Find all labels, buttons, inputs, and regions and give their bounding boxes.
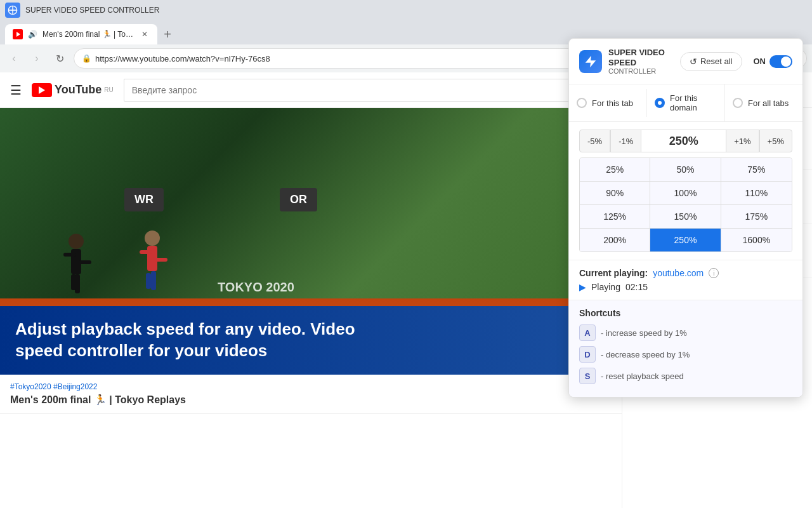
svg-point-9 — [145, 231, 160, 246]
svg-rect-13 — [140, 250, 152, 254]
browser-logo-icon — [5, 3, 20, 18]
svg-rect-6 — [71, 274, 76, 290]
tab-favicon-icon — [13, 29, 23, 39]
scope-radio-this-tab — [577, 98, 587, 108]
svg-rect-8 — [79, 260, 91, 264]
reset-label: Reset all — [700, 57, 733, 66]
speed-preset-1600[interactable]: 1600% — [721, 229, 792, 251]
extension-header: SUPER VIDEO SPEED CONTROLLER ↺ Reset all… — [569, 39, 802, 84]
shortcut-key-d: D — [579, 346, 596, 363]
speed-preset-175[interactable]: 175% — [721, 205, 792, 229]
shortcut-key-s: S — [579, 368, 596, 384]
reset-icon: ↺ — [690, 57, 697, 67]
title-bar: SUPER VIDEO SPEED CONTROLLER — [0, 0, 812, 20]
shortcuts-section: Shortcuts A - increase speed by 1% D - d… — [569, 300, 802, 397]
speed-plus1-button[interactable]: +1% — [726, 130, 759, 152]
youtube-logo[interactable]: YouTube RU — [32, 83, 114, 97]
scope-label-all-tabs: For all tabs — [748, 98, 789, 108]
speed-preset-50[interactable]: 50% — [650, 158, 721, 182]
tab-title: Men's 200m final 🏃 | Toky... — [43, 30, 134, 39]
scope-label-this-domain: For this domain — [670, 93, 717, 112]
speed-row: -5% -1% 250% +1% +5% — [579, 130, 792, 152]
playing-status: ▶ Playing 02:15 — [579, 282, 792, 292]
speed-minus5-button[interactable]: -5% — [579, 130, 610, 152]
security-lock-icon: 🔒 — [82, 54, 91, 63]
wr-sign: WR — [124, 188, 164, 211]
speed-preset-200[interactable]: 200% — [580, 229, 650, 251]
speed-preset-250[interactable]: 250% — [650, 229, 721, 251]
shortcut-desc-a: - increase speed by 1% — [601, 328, 687, 338]
current-domain: youtube.com — [653, 268, 704, 278]
tokyo-sign: TOKYO 2020 — [218, 280, 294, 295]
playing-label: Playing — [591, 282, 620, 292]
forward-button[interactable]: › — [28, 50, 46, 67]
speed-preset-150[interactable]: 150% — [650, 205, 721, 229]
shortcut-a: A - increase speed by 1% — [579, 324, 792, 341]
current-playing-header: Current playing: youtube.com i — [579, 268, 792, 278]
speed-preset-100[interactable]: 100% — [650, 182, 721, 205]
scope-radio-all-tabs — [733, 98, 743, 108]
scope-radio-this-domain — [655, 98, 665, 108]
youtube-country-badge: RU — [104, 86, 113, 93]
scope-all-tabs[interactable]: For all tabs — [725, 89, 802, 117]
scope-this-domain[interactable]: For this domain — [647, 84, 725, 121]
toggle-label: ON — [754, 57, 766, 66]
new-tab-button[interactable]: + — [157, 24, 178, 44]
extension-subtitle: CONTROLLER — [608, 67, 674, 75]
promo-banner: Adjust playback speed for any video. Vid… — [0, 306, 622, 375]
speed-grid: 25% 50% 75% 90% 100% 110% 125% 150% 175%… — [579, 157, 792, 252]
extension-title-block: SUPER VIDEO SPEED CONTROLLER — [608, 48, 674, 75]
scope-selector: For this tab For this domain For all tab… — [569, 84, 802, 122]
reset-all-button[interactable]: ↺ Reset all — [680, 52, 742, 71]
speed-preset-125[interactable]: 125% — [580, 205, 650, 229]
extension-logo — [579, 50, 602, 73]
youtube-content: WR OR TOKYO 2020 — [0, 108, 622, 508]
active-tab[interactable]: 🔊 Men's 200m final 🏃 | Toky... ✕ — [5, 24, 157, 44]
extension-title: SUPER VIDEO SPEED — [608, 48, 674, 67]
shortcut-desc-d: - decrease speed by 1% — [601, 350, 690, 359]
reload-button[interactable]: ↻ — [51, 50, 69, 67]
info-icon[interactable]: i — [709, 268, 719, 278]
scope-label-this-tab: For this tab — [592, 98, 633, 108]
shortcut-d: D - decrease speed by 1% — [579, 346, 792, 363]
app-title: SUPER VIDEO SPEED CONTROLLER — [25, 6, 159, 15]
shortcut-s: S - reset playback speed — [579, 368, 792, 384]
or-sign: OR — [280, 188, 317, 211]
youtube-logo-text: YouTube — [55, 83, 102, 97]
shortcut-key-a: A — [579, 324, 596, 341]
svg-rect-11 — [151, 271, 156, 290]
extension-popup: SUPER VIDEO SPEED CONTROLLER ↺ Reset all… — [568, 38, 803, 398]
speed-minus1-button[interactable]: -1% — [610, 130, 641, 152]
video-tags: #Tokyo2020 #Beijing2022 — [10, 382, 612, 391]
video-title: Men's 200m final 🏃 | Tokyo Replays — [10, 394, 612, 406]
video-info: #Tokyo2020 #Beijing2022 Men's 200m final… — [0, 375, 622, 414]
speed-preset-75[interactable]: 75% — [721, 158, 792, 182]
tab-close-button[interactable]: ✕ — [140, 29, 150, 39]
on-off-toggle[interactable] — [769, 55, 792, 68]
svg-rect-12 — [146, 273, 151, 289]
speed-display: 250% — [641, 130, 726, 152]
svg-point-3 — [69, 234, 84, 249]
playing-time: 02:15 — [625, 282, 648, 292]
video-player[interactable]: WR OR TOKYO 2020 — [0, 108, 622, 375]
svg-rect-14 — [155, 258, 167, 262]
svg-rect-7 — [63, 253, 76, 257]
current-playing-label: Current playing: — [579, 268, 648, 278]
hamburger-menu-icon[interactable]: ☰ — [10, 83, 22, 98]
tab-audio-icon: 🔊 — [28, 30, 37, 39]
youtube-logo-icon — [32, 83, 52, 97]
play-triangle-icon: ▶ — [579, 282, 586, 292]
speed-preset-25[interactable]: 25% — [580, 158, 650, 182]
speed-control: -5% -1% 250% +1% +5% 25% 50% 75% 90% 100… — [569, 122, 802, 260]
shortcut-desc-s: - reset playback speed — [601, 371, 684, 381]
back-button[interactable]: ‹ — [5, 50, 23, 67]
current-playing-section: Current playing: youtube.com i ▶ Playing… — [569, 260, 802, 300]
speed-preset-90[interactable]: 90% — [580, 182, 650, 205]
promo-title: Adjust playback speed for any video. Vid… — [15, 319, 396, 362]
toggle-switch[interactable]: ON — [754, 55, 793, 68]
speed-plus5-button[interactable]: +5% — [759, 130, 792, 152]
speed-preset-110[interactable]: 110% — [721, 182, 792, 205]
shortcuts-title: Shortcuts — [579, 308, 792, 318]
scope-this-tab[interactable]: For this tab — [569, 89, 647, 117]
